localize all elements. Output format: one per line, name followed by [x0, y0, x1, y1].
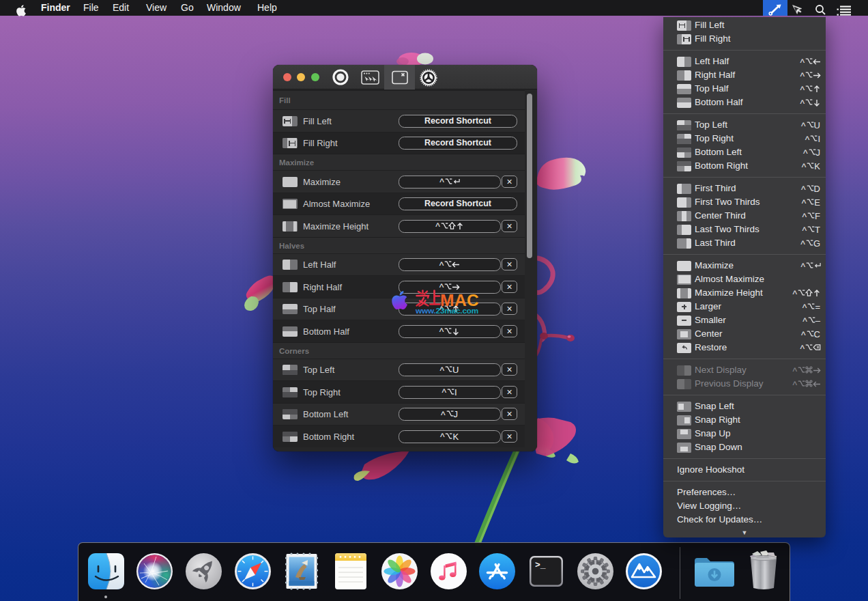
svg-text:>_: >_ — [535, 560, 546, 570]
